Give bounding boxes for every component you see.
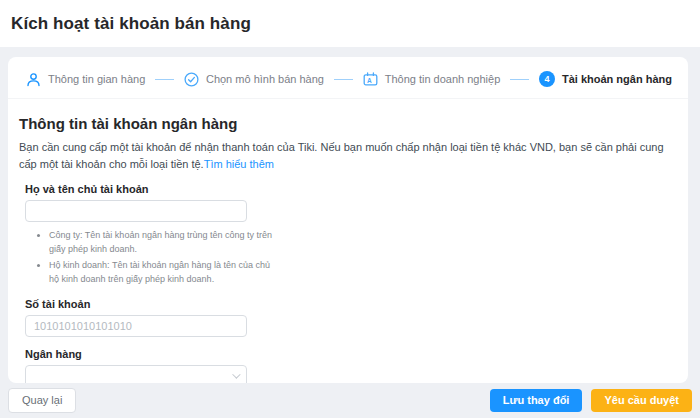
step-number-badge: 4 [539, 71, 555, 87]
footer-bar: Quay lại Lưu thay đổi Yêu cầu duyệt [0, 383, 700, 418]
stepper: Thông tin gian hàng Chọn mô hình bán hàn… [8, 57, 688, 99]
form-section: Thông tin tài khoản ngân hàng Bạn cần cu… [8, 115, 688, 383]
step-label: Thông tin gian hàng [48, 73, 145, 85]
page-title: Kích hoạt tài khoản bán hàng [11, 14, 251, 34]
stepper-connector [155, 79, 174, 80]
step-label: Thông tin doanh nghiệp [385, 73, 501, 85]
step-business-info[interactable]: A Thông tin doanh nghiệp [363, 72, 501, 87]
person-icon [26, 72, 41, 87]
description-text: Bạn cần cung cấp một tài khoản để nhận t… [19, 141, 664, 170]
svg-text:A: A [367, 77, 372, 84]
note-company: Công ty: Tên tài khoản ngân hàng trùng t… [49, 229, 281, 257]
note-household: Hộ kinh doanh: Tên tài khoản ngân hàng l… [49, 259, 281, 287]
submit-approval-button[interactable]: Yêu cầu duyệt [591, 389, 692, 412]
activation-card: Thông tin gian hàng Chọn mô hình bán hàn… [8, 57, 688, 383]
account-holder-input[interactable] [25, 200, 247, 222]
id-card-icon: A [363, 72, 378, 87]
account-number-input[interactable] [25, 315, 247, 337]
step-label: Chọn mô hình bán hàng [206, 73, 324, 85]
page-header: Kích hoạt tài khoản bán hàng [0, 0, 700, 47]
account-holder-label: Họ và tên chủ tài khoản [25, 183, 672, 195]
stepper-connector [510, 79, 529, 80]
save-button[interactable]: Lưu thay đổi [490, 389, 583, 412]
section-description: Bạn cần cung cấp một tài khoản để nhận t… [19, 139, 672, 172]
account-holder-notes: Công ty: Tên tài khoản ngân hàng trùng t… [49, 229, 281, 287]
learn-more-link[interactable]: Tìm hiểu thêm [204, 158, 274, 170]
step-sales-model[interactable]: Chọn mô hình bán hàng [184, 72, 324, 87]
back-button[interactable]: Quay lại [8, 388, 76, 413]
bank-label: Ngân hàng [25, 348, 672, 360]
section-heading: Thông tin tài khoản ngân hàng [19, 115, 672, 132]
stepper-connector [334, 79, 353, 80]
step-bank-account[interactable]: 4 Tài khoản ngân hàng [539, 71, 672, 87]
chevron-down-icon [232, 370, 240, 378]
step-store-info[interactable]: Thông tin gian hàng [26, 72, 145, 87]
bank-select[interactable] [25, 365, 247, 383]
check-circle-icon [184, 72, 199, 87]
account-number-label: Số tài khoản [25, 298, 672, 310]
step-label: Tài khoản ngân hàng [562, 73, 672, 85]
